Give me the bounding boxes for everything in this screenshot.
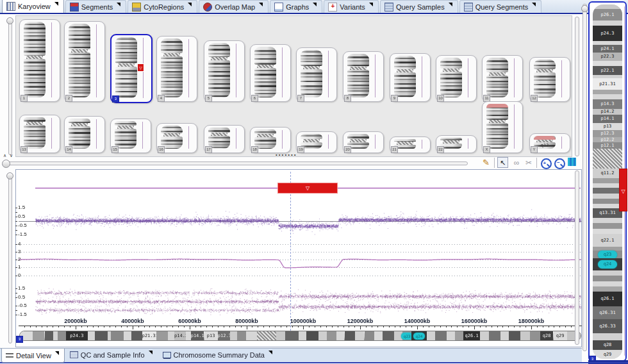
- zoom-out-icon[interactable]: −: [554, 158, 565, 169]
- chromosome-card-1[interactable]: 1: [19, 19, 60, 102]
- chromosome-card-20[interactable]: 20: [343, 131, 384, 153]
- chromosome-card-8[interactable]: 8: [343, 51, 384, 102]
- cytoregion-highlight-q24[interactable]: q24: [598, 260, 617, 269]
- row-scroll-down-icon[interactable]: ∨: [10, 153, 13, 158]
- chromosome-p-arm: [301, 50, 322, 66]
- sample-track-line: [96, 24, 97, 97]
- cytoregion-highlight-q23[interactable]: q23: [598, 251, 617, 259]
- chromosome-card-3[interactable]: 3▽: [110, 34, 153, 103]
- tab-label: Detail View: [16, 352, 51, 360]
- sidebar-band-p22.3: p22.3: [593, 53, 622, 61]
- tab-label: CytoRegions: [144, 3, 184, 11]
- sidebar-zoom-slider-track[interactable]: [583, 4, 587, 351]
- tab-cytoregions[interactable]: CytoRegions: [128, 0, 197, 13]
- sidebar-chromosome-ideogram[interactable]: p26.1p24.3p24.1p22.3p22.1p21.31p14.3p14.…: [593, 4, 622, 359]
- tab-query-segments[interactable]: Query Segments: [459, 0, 542, 13]
- sidebar-zoom-slider-knob[interactable]: [581, 5, 588, 12]
- chromosome-card-18[interactable]: 18: [250, 127, 291, 153]
- chromosome-card-4[interactable]: 4: [156, 36, 197, 102]
- annotate-pencil-icon[interactable]: ✎: [483, 158, 492, 168]
- sample-track-line: [422, 56, 422, 97]
- chromosome-q-arm: [534, 72, 556, 97]
- tab-detail-view[interactable]: Detail View: [1, 349, 65, 363]
- chromosome-number-badge: 7: [297, 95, 304, 102]
- chromosome-p-arm: [69, 119, 90, 123]
- chromosome-card-15[interactable]: 15: [110, 119, 151, 153]
- sidebar-band: [593, 21, 622, 26]
- chromosome-card-7[interactable]: 7: [296, 47, 337, 102]
- chromosome-card-16[interactable]: 16: [156, 123, 197, 153]
- chromosome-q-arm: [161, 56, 183, 97]
- karyotype-scrollbar[interactable]: [575, 17, 579, 156]
- chromosome-card-19[interactable]: 19: [296, 131, 337, 153]
- sidebar-band-q26.1: q26.1: [593, 292, 622, 306]
- chromosome-p-arm: [208, 128, 230, 133]
- chromosome-p-arm: [486, 58, 508, 72]
- karyotype-zoom-slider-track[interactable]: [8, 19, 12, 155]
- sample-track-line: [236, 128, 236, 149]
- chromosome-card-14[interactable]: 14: [64, 116, 105, 153]
- zoom-out-minus: −: [557, 160, 560, 165]
- chromosome-p-arm: [347, 134, 369, 139]
- tab-chromosome-summary-data[interactable]: Chromosome Summary Data: [159, 349, 277, 361]
- chromosome-card-17[interactable]: 17: [204, 125, 245, 153]
- detail-scrollbar[interactable]: [575, 170, 579, 345]
- pointer-tool-icon[interactable]: ↖: [497, 157, 508, 168]
- chromosome-q-arm: [69, 126, 90, 149]
- chromosome-p-arm: [161, 38, 183, 53]
- bottom-accent-line: [0, 362, 628, 363]
- horizontal-zoom-slider-knob[interactable]: [2, 160, 10, 168]
- aberration-cap: [534, 136, 556, 140]
- tab-qc-and-sample-info[interactable]: QC and Sample Info: [66, 349, 158, 361]
- chromosome-card-22[interactable]: 22: [436, 135, 477, 153]
- chromosome-card-12[interactable]: 12: [529, 57, 570, 102]
- sample-track-line: [375, 135, 376, 149]
- horizontal-zoom-slider-track[interactable]: [4, 161, 468, 165]
- link-tool-icon[interactable]: ∞: [511, 158, 522, 168]
- tab-graphs[interactable]: Graphs: [270, 0, 322, 13]
- tab-query-samples[interactable]: Query Samples: [380, 0, 458, 13]
- sidebar-band: [593, 199, 622, 204]
- chromosome-number-badge: 16: [158, 146, 165, 153]
- chromosome-card-X[interactable]: X: [482, 101, 523, 153]
- tab-variants[interactable]: +Variants: [324, 0, 379, 13]
- karyotype-zoom-slider-knob[interactable]: [6, 17, 13, 24]
- chromosome-number-badge: 13: [21, 146, 28, 153]
- chromosome-card-9[interactable]: 9: [390, 53, 431, 102]
- chromosome-card-Y[interactable]: q12Y: [529, 133, 570, 153]
- chromosome-card-5[interactable]: 5: [204, 40, 245, 102]
- sidebar-band-p13: p13: [593, 123, 622, 130]
- chromosome-q-arm: [24, 59, 45, 97]
- sidebar-band-q26.33: q26.33: [593, 319, 622, 333]
- chromosome-card-11[interactable]: 11: [482, 55, 523, 102]
- sample-track-line: [282, 130, 283, 149]
- tab-corner-flag-icon: [188, 3, 192, 6]
- detail-plots-canvas[interactable]: [15, 169, 582, 347]
- chromosome-card-6[interactable]: 6: [250, 44, 291, 102]
- chromosome-p-arm: [115, 37, 137, 63]
- detail-zoom-slider-knob[interactable]: [6, 172, 13, 179]
- chromosome-card-13[interactable]: 13: [19, 115, 60, 153]
- tab-segments[interactable]: Segments: [65, 0, 127, 13]
- tab-overlap-map[interactable]: Overlap Map: [199, 0, 269, 13]
- heatmap-view-icon[interactable]: [568, 158, 576, 166]
- sidebar-band-label: p14.2: [593, 109, 622, 114]
- chromosome-number-badge: 9: [391, 95, 398, 102]
- aberration-flag[interactable]: ▽: [137, 63, 144, 72]
- sidebar-aberration-marker[interactable]: ▽: [619, 169, 627, 211]
- tab-label: QC and Sample Info: [81, 351, 145, 359]
- tab-karyoview[interactable]: Karyoview: [2, 0, 64, 13]
- tab-label: Segments: [81, 3, 113, 11]
- row-scroll-up-icon[interactable]: ∧: [3, 153, 6, 158]
- cytoregions-icon: [132, 3, 141, 12]
- split-segment-icon[interactable]: ✂: [524, 158, 534, 168]
- sample-track-line: [422, 140, 422, 149]
- chromosome-card-2[interactable]: 2: [64, 21, 105, 102]
- sample-track-line: [96, 119, 97, 149]
- sidebar-band-q28: q28: [593, 340, 622, 350]
- zoom-in-icon[interactable]: +: [541, 158, 552, 169]
- chromosome-card-10[interactable]: 10: [436, 55, 477, 102]
- chromosome-card-21[interactable]: 21: [390, 136, 431, 153]
- detail-zoom-slider-track[interactable]: [8, 174, 12, 343]
- sidebar-band-label: p14.3: [593, 101, 622, 106]
